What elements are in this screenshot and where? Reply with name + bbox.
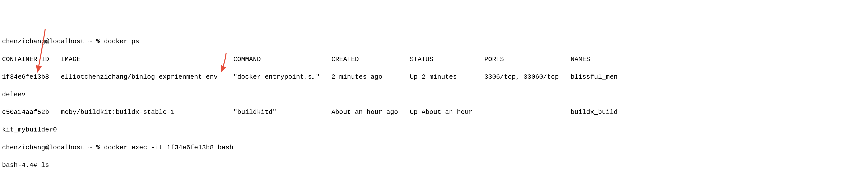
- ps-row-2: c50a14aaf52b moby/buildkit:buildx-stable…: [2, 108, 866, 117]
- command: docker ps: [104, 38, 139, 45]
- annotation-overlay: [0, 0, 452, 100]
- ps-row-1-wrap: deleev: [2, 90, 866, 99]
- arrow-to-binlog-printer-icon: [38, 29, 45, 72]
- command: ls: [41, 161, 49, 169]
- ps-row-1: 1f34e6fe13b8 elliotchenzichang/binlog-ex…: [2, 73, 866, 82]
- cmd-line-3: bash-4.4# ls: [2, 161, 866, 170]
- bash-prompt: bash-4.4#: [2, 161, 41, 169]
- ps-row-2-wrap: kit_mybuilder0: [2, 125, 866, 134]
- shell-prompt: chenzichang@localhost ~ %: [2, 38, 104, 45]
- cmd-line-1: chenzichang@localhost ~ % docker ps: [2, 37, 866, 46]
- ps-header: CONTAINER ID IMAGE COMMAND CREATED STATU…: [2, 55, 866, 64]
- command: docker exec -it 1f34e6fe13b8 bash: [104, 144, 234, 151]
- cmd-line-2: chenzichang@localhost ~ % docker exec -i…: [2, 143, 866, 152]
- shell-prompt: chenzichang@localhost ~ %: [2, 144, 104, 151]
